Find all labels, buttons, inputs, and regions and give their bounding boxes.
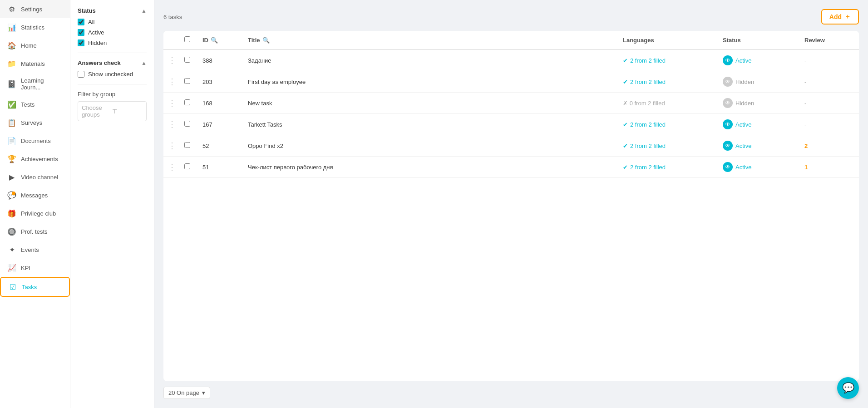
sidebar: ⚙ Settings 📊 Statistics 🏠 Home 📁 Materia…: [0, 0, 70, 408]
table-row: ⋮ 51 Чек-лист первого рабочего дня ✔ 2 f…: [163, 157, 859, 178]
check-cell: [180, 93, 198, 114]
lang-cell: ✔ 2 from 2 filled: [618, 135, 718, 157]
sidebar-item-surveys[interactable]: 📋 Surveys: [0, 113, 70, 132]
row-checkbox[interactable]: [184, 57, 190, 63]
sidebar-label-achievements: Achievements: [21, 156, 58, 162]
per-page-chevron-icon: ▾: [202, 389, 205, 396]
review-cell: -: [800, 93, 859, 114]
review-cell: 1: [800, 157, 859, 178]
lang-text: 2 from 2 filled: [630, 164, 666, 171]
achievements-icon: 🏆: [7, 154, 16, 163]
id-col-label: ID: [202, 37, 208, 44]
drag-cell[interactable]: ⋮: [163, 135, 180, 157]
review-dash: -: [804, 121, 806, 128]
sidebar-item-prof-tests[interactable]: 🔘 Prof. tests: [0, 222, 70, 241]
sidebar-item-tests[interactable]: ✅ Tests: [0, 95, 70, 113]
per-page-select[interactable]: 20 On page ▾: [163, 387, 210, 399]
id-cell: 167: [198, 114, 243, 135]
sidebar-item-materials[interactable]: 📁 Materials: [0, 54, 70, 73]
sidebar-item-kpi[interactable]: 📈 KPI: [0, 259, 70, 277]
active-checkbox[interactable]: [78, 29, 84, 36]
row-checkbox[interactable]: [184, 121, 190, 127]
review-count[interactable]: 1: [804, 164, 808, 171]
status-cell: 👁 Hidden: [718, 93, 800, 114]
check-cell: [180, 135, 198, 157]
row-checkbox[interactable]: [184, 163, 190, 169]
add-label: Add: [829, 13, 842, 20]
select-all-checkbox[interactable]: [184, 36, 190, 42]
row-title[interactable]: First day as employee: [248, 79, 306, 85]
drag-cell[interactable]: ⋮: [163, 114, 180, 135]
status-label: Hidden: [735, 79, 754, 85]
title-cell: Tarkett Tasks: [243, 114, 618, 135]
row-checkbox[interactable]: [184, 142, 190, 148]
row-title[interactable]: Tarkett Tasks: [248, 121, 282, 128]
row-id: 51: [202, 164, 209, 171]
filter-funnel-icon: ⊤: [112, 108, 143, 115]
lang-status: ✔ 2 from 2 filled: [623, 79, 714, 85]
id-search-icon[interactable]: 🔍: [211, 37, 218, 44]
drag-icon: ⋮: [168, 56, 175, 65]
show-unchecked-item: Show unchecked: [78, 71, 147, 78]
sidebar-label-messages: Messages: [21, 192, 48, 199]
sidebar-item-documents[interactable]: 📄 Documents: [0, 132, 70, 150]
review-dash: -: [804, 57, 806, 64]
materials-icon: 📁: [7, 59, 16, 68]
status-label: Active: [735, 121, 751, 128]
review-count[interactable]: 2: [804, 143, 808, 149]
show-unchecked-checkbox[interactable]: [78, 71, 84, 78]
row-title[interactable]: Oppo Find x2: [248, 143, 283, 149]
sidebar-label-privilege-club: Privilege club: [21, 210, 56, 217]
sidebar-label-documents: Documents: [21, 138, 51, 144]
answers-check-chevron-icon[interactable]: ▲: [141, 60, 147, 66]
eye-icon: 👁: [723, 141, 733, 151]
table-row: ⋮ 167 Tarkett Tasks ✔ 2 from 2 filled 👁 …: [163, 114, 859, 135]
statistics-icon: 📊: [7, 23, 16, 32]
sidebar-item-privilege-club[interactable]: 🎁 Privilege club: [0, 204, 70, 222]
filter-by-group-label: Filter by group: [78, 91, 147, 98]
row-checkbox[interactable]: [184, 99, 190, 105]
drag-cell[interactable]: ⋮: [163, 157, 180, 178]
sidebar-item-settings[interactable]: ⚙ Settings: [0, 0, 70, 18]
drag-cell[interactable]: ⋮: [163, 49, 180, 71]
review-cell: -: [800, 49, 859, 71]
drag-icon: ⋮: [168, 98, 175, 108]
sidebar-item-achievements[interactable]: 🏆 Achievements: [0, 150, 70, 168]
status-col-label: Status: [723, 37, 741, 44]
tasks-count: 6 tasks: [163, 14, 182, 20]
drag-cell[interactable]: ⋮: [163, 93, 180, 114]
row-id: 167: [202, 121, 212, 128]
hidden-checkbox[interactable]: [78, 39, 84, 46]
sidebar-item-tasks[interactable]: ☑ Tasks: [0, 277, 70, 297]
choose-groups-input[interactable]: Choose groups ⊤: [78, 101, 147, 121]
sidebar-item-video-channel[interactable]: ▶ Video channel: [0, 168, 70, 186]
row-title[interactable]: New task: [248, 100, 272, 107]
add-button[interactable]: Add ＋: [821, 9, 859, 25]
title-cell: Задание: [243, 49, 618, 71]
row-id: 388: [202, 57, 212, 64]
drag-cell[interactable]: ⋮: [163, 71, 180, 93]
sidebar-item-events[interactable]: ✦ Events: [0, 241, 70, 259]
documents-icon: 📄: [7, 136, 16, 145]
sidebar-item-messages[interactable]: 💬 Messages: [0, 186, 70, 204]
sidebar-item-statistics[interactable]: 📊 Statistics: [0, 18, 70, 36]
sidebar-item-learning-journal[interactable]: 📓 Learning Journ...: [0, 73, 70, 95]
row-title[interactable]: Задание: [248, 57, 271, 64]
id-cell: 168: [198, 93, 243, 114]
status-chevron-icon[interactable]: ▲: [141, 8, 147, 14]
video-channel-icon: ▶: [7, 172, 16, 182]
table-header-row: ID 🔍 Title 🔍 Languages Stat: [163, 31, 859, 49]
chat-bubble[interactable]: 💬: [837, 377, 859, 399]
title-search-icon[interactable]: 🔍: [262, 37, 270, 44]
add-plus-icon: ＋: [844, 13, 851, 21]
all-checkbox[interactable]: [78, 19, 84, 25]
title-cell: Чек-лист первого рабочего дня: [243, 157, 618, 178]
active-checkbox-item: Active: [78, 29, 147, 36]
sidebar-item-home[interactable]: 🏠 Home: [0, 36, 70, 54]
row-checkbox[interactable]: [184, 78, 190, 84]
row-title[interactable]: Чек-лист первого рабочего дня: [248, 164, 333, 171]
sidebar-label-tasks: Tasks: [22, 284, 37, 290]
check-cell: [180, 114, 198, 135]
lang-cell: ✗ 0 from 2 filled: [618, 93, 718, 114]
languages-col-label: Languages: [623, 37, 654, 44]
